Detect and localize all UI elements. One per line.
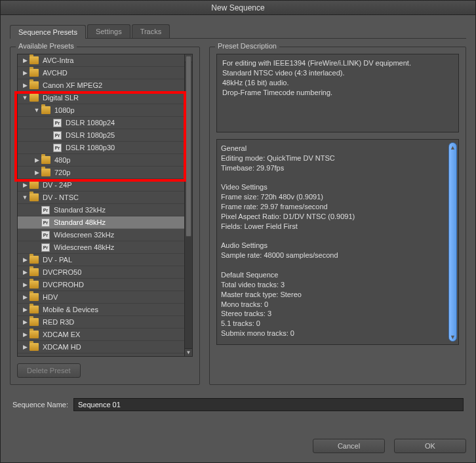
chevron-right-icon[interactable]: ▶	[22, 294, 28, 300]
tree-folder[interactable]: ▼1080p	[18, 104, 184, 117]
tree-folder[interactable]: ▶DVCPROHD	[18, 279, 184, 291]
chevron-right-icon[interactable]: ▶	[33, 169, 40, 176]
tab-settings[interactable]: Settings	[87, 24, 130, 38]
ok-button[interactable]: OK	[394, 439, 466, 453]
chevron-right-icon[interactable]: ▶	[22, 269, 28, 275]
tree-item-label: DV - PAL	[43, 256, 72, 264]
folder-icon	[30, 81, 39, 89]
dialog-content: Sequence Presets Settings Tracks Availab…	[1, 15, 475, 430]
delete-preset-button[interactable]: Delete Preset	[17, 363, 81, 378]
tab-sequence-presets[interactable]: Sequence Presets	[10, 25, 86, 39]
tree-preset[interactable]: PrWidescreen 32kHz	[18, 229, 184, 241]
tree-folder[interactable]: ▶RED R3D	[18, 316, 184, 329]
details-scroll-down-icon[interactable]: ▼	[449, 333, 456, 340]
tree-folder[interactable]: ▶XDCAM HD	[18, 341, 184, 353]
tree-folder[interactable]: ▶Mobile & Devices	[18, 304, 184, 316]
preset-icon: Pr	[41, 218, 50, 227]
folder-icon	[30, 193, 39, 201]
scroll-thumb[interactable]	[186, 56, 191, 237]
tree-folder[interactable]: ▼Digital SLR	[18, 92, 184, 104]
tree-folder[interactable]: ▶DV - PAL	[18, 254, 184, 266]
tree-preset[interactable]: PrDSLR 1080p25	[18, 129, 184, 142]
window-title: New Sequence	[1, 1, 475, 15]
chevron-right-icon[interactable]: ▶	[22, 281, 28, 288]
chevron-right-icon[interactable]: ▶	[22, 344, 28, 350]
chevron-right-icon[interactable]: ▶	[22, 331, 28, 338]
tree-item-label: DVCPROHD	[43, 281, 84, 289]
tree-folder[interactable]: ▶480p	[18, 154, 184, 167]
tree-folder[interactable]: ▶720p	[18, 167, 184, 179]
sequence-name-label: Sequence Name:	[12, 401, 68, 409]
chevron-right-icon[interactable]: ▶	[22, 256, 28, 263]
sequence-name-input[interactable]	[73, 398, 464, 411]
tree-item-label: HDV	[43, 293, 58, 301]
chevron-right-icon[interactable]: ▶	[22, 319, 28, 325]
tree-item-label: DSLR 1080p25	[66, 131, 115, 139]
chevron-right-icon[interactable]: ▶	[22, 182, 28, 188]
folder-icon	[41, 169, 50, 176]
tree-preset[interactable]: PrStandard 32kHz	[18, 204, 184, 216]
preset-details-text: General Editing mode: QuickTime DV NTSC …	[221, 144, 446, 340]
tree-folder[interactable]: ▶DVCPRO50	[18, 266, 184, 279]
tab-tracks[interactable]: Tracks	[132, 24, 170, 38]
cancel-button[interactable]: Cancel	[313, 439, 385, 453]
available-presets-legend: Available Presets	[16, 42, 77, 50]
details-scrollbar[interactable]	[448, 142, 457, 342]
tree-item-label: Digital SLR	[43, 94, 79, 102]
preset-icon: Pr	[53, 119, 62, 127]
chevron-down-icon[interactable]: ▼	[22, 94, 28, 101]
chevron-down-icon[interactable]: ▼	[33, 107, 40, 113]
folder-icon	[30, 94, 39, 102]
tree-scrollbar[interactable]: ▲ ▼	[184, 54, 192, 356]
tree-item-label: XDCAM EX	[43, 331, 80, 338]
tree-folder[interactable]: ▶AVC-Intra	[18, 54, 184, 67]
tree-item-label: AVC-Intra	[43, 56, 73, 64]
tree-folder[interactable]: ▶DV - 24P	[18, 179, 184, 191]
tree-item-label: 1080p	[54, 106, 75, 114]
tree-item-label: Canon XF MPEG2	[43, 81, 102, 89]
folder-icon	[30, 181, 39, 189]
tree-item-label: DVCPRO50	[43, 268, 81, 276]
folder-icon	[30, 268, 39, 276]
chevron-right-icon[interactable]: ▶	[33, 157, 40, 163]
folder-icon	[30, 256, 39, 264]
chevron-right-icon[interactable]: ▶	[22, 82, 28, 89]
chevron-right-icon[interactable]: ▶	[22, 70, 28, 76]
tree-item-label: DSLR 1080p24	[66, 119, 115, 127]
preset-icon: Pr	[41, 206, 50, 214]
preset-icon: Pr	[53, 131, 62, 140]
chevron-down-icon[interactable]: ▼	[22, 194, 28, 201]
tree-item-label: XDCAM HD	[43, 343, 81, 351]
tree-item-label: DV - 24P	[43, 181, 72, 189]
tree-folder[interactable]: ▶Canon XF MPEG2	[18, 79, 184, 92]
tree-folder[interactable]: ▶AVCHD	[18, 67, 184, 79]
tree-item-label: Widescreen 32kHz	[54, 231, 114, 239]
sequence-name-row: Sequence Name:	[10, 385, 466, 414]
details-scroll-up-icon[interactable]: ▲	[449, 144, 456, 151]
tree-item-label: Mobile & Devices	[43, 306, 98, 313]
chevron-right-icon[interactable]: ▶	[22, 306, 28, 313]
preset-details-box: General Editing mode: QuickTime DV NTSC …	[216, 139, 459, 345]
folder-icon	[30, 318, 39, 326]
tree-item-label: Standard 48kHz	[54, 218, 106, 226]
tree-folder[interactable]: ▶HDV	[18, 291, 184, 304]
preset-description-legend: Preset Description	[215, 42, 279, 50]
tree-folder[interactable]: ▶XDCAM EX	[18, 329, 184, 341]
tree-item-label: DV - NTSC	[43, 193, 79, 201]
folder-icon	[30, 293, 39, 301]
scroll-down-icon[interactable]: ▼	[185, 348, 192, 356]
folder-icon	[41, 106, 50, 114]
preset-tree-wrap: ▶AVC-Intra▶AVCHD▶Canon XF MPEG2▼Digital …	[17, 54, 193, 357]
tree-item-label: RED R3D	[43, 318, 74, 326]
folder-icon	[30, 306, 39, 313]
chevron-right-icon[interactable]: ▶	[22, 57, 28, 64]
tree-preset[interactable]: PrDSLR 1080p24	[18, 117, 184, 129]
tree-preset[interactable]: PrDSLR 1080p30	[18, 142, 184, 154]
preset-tree[interactable]: ▶AVC-Intra▶AVCHD▶Canon XF MPEG2▼Digital …	[17, 54, 193, 357]
tree-folder[interactable]: ▼DV - NTSC	[18, 191, 184, 204]
tree-preset[interactable]: PrWidescreen 48kHz	[18, 241, 184, 254]
tree-preset[interactable]: PrStandard 48kHz	[18, 216, 184, 229]
preset-description-panel: Preset Description For editing with IEEE…	[209, 47, 466, 385]
dialog-footer: Cancel OK	[1, 430, 475, 462]
folder-icon	[30, 281, 39, 289]
